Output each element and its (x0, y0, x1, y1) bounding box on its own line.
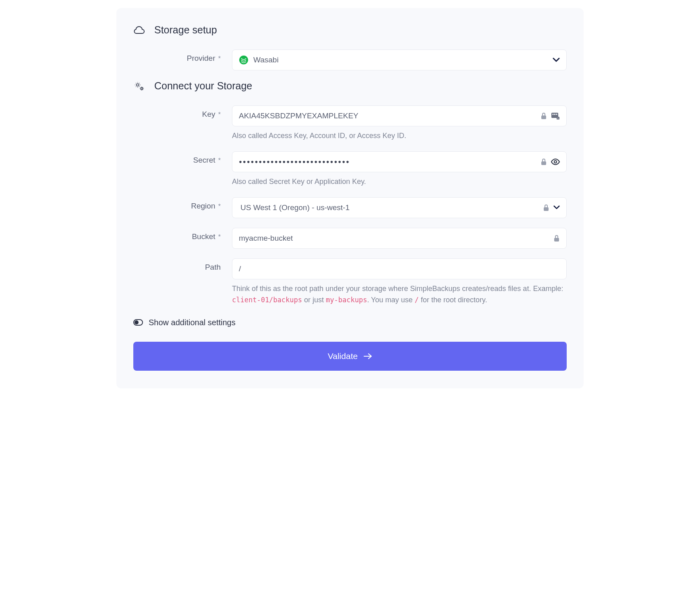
provider-row: Provider * Wasabi (133, 50, 567, 70)
svg-rect-7 (556, 114, 557, 115)
password-manager-icon[interactable]: 1 (551, 112, 560, 120)
storage-setup-title: Storage setup (154, 24, 217, 36)
provider-value: Wasabi (253, 56, 548, 64)
lock-icon (541, 158, 547, 165)
secret-input-wrap: ●●●●●●●●●●●●●●●●●●●●●●●●●●●● (232, 151, 567, 172)
additional-settings-label: Show additional settings (149, 318, 236, 327)
svg-rect-6 (554, 114, 555, 115)
additional-settings-toggle[interactable]: Show additional settings (133, 318, 567, 327)
bucket-row: Bucket * (133, 228, 567, 249)
secret-helper: Also called Secret Key or Application Ke… (232, 176, 567, 188)
bucket-input[interactable] (239, 234, 549, 243)
validate-button[interactable]: Validate (133, 342, 567, 371)
region-row: Region * US West 1 (Oregon) - us-west-1 (133, 197, 567, 218)
path-helper: Think of this as the root path under you… (232, 283, 567, 306)
provider-select[interactable]: Wasabi (232, 50, 567, 70)
cloud-icon (133, 26, 145, 35)
secret-row: Secret * ●●●●●●●●●●●●●●●●●●●●●●●●●●●● Al… (133, 151, 567, 188)
storage-setup-header: Storage setup (133, 24, 567, 36)
path-example-code: client-01/backups (232, 296, 302, 304)
path-root-code: / (414, 296, 418, 304)
validate-label: Validate (328, 351, 358, 361)
chevron-down-icon (553, 58, 560, 62)
bucket-label: Bucket * (192, 232, 221, 241)
svg-rect-12 (544, 207, 549, 211)
region-select[interactable]: US West 1 (Oregon) - us-west-1 (232, 197, 567, 218)
svg-rect-3 (541, 116, 546, 119)
key-input-wrap: 1 (232, 105, 567, 126)
chevron-down-icon (553, 205, 560, 210)
arrow-right-icon (363, 353, 372, 359)
svg-point-1 (137, 84, 139, 86)
path-label: Path (205, 263, 221, 271)
region-value: US West 1 (Oregon) - us-west-1 (240, 203, 538, 212)
key-input[interactable] (239, 111, 536, 120)
bucket-input-wrap (232, 228, 567, 249)
lock-icon (541, 112, 547, 120)
key-helper: Also called Access Key, Account ID, or A… (232, 130, 567, 142)
lock-icon (553, 235, 560, 242)
svg-rect-5 (553, 114, 554, 115)
eye-icon[interactable] (551, 158, 560, 165)
secret-label: Secret * (193, 156, 221, 164)
toggle-off-icon (133, 319, 143, 326)
lock-icon (543, 204, 549, 211)
svg-rect-13 (554, 238, 559, 242)
connect-storage-header: Connect your Storage (133, 80, 567, 92)
path-input-wrap (232, 258, 567, 279)
svg-rect-10 (541, 161, 546, 165)
key-label: Key * (202, 110, 221, 118)
storage-setup-panel: Storage setup Provider * Wasabi (116, 8, 584, 388)
secret-input[interactable]: ●●●●●●●●●●●●●●●●●●●●●●●●●●●● (239, 159, 536, 164)
svg-point-15 (135, 321, 138, 324)
svg-point-11 (554, 161, 557, 163)
path-row: Path Think of this as the root path unde… (133, 258, 567, 306)
gears-icon (133, 81, 145, 91)
svg-point-2 (141, 87, 143, 89)
wasabi-icon (239, 55, 249, 65)
provider-label: Provider * (187, 54, 221, 62)
region-label: Region * (191, 202, 221, 210)
key-row: Key * 1 Also called Access Key, Account … (133, 105, 567, 142)
path-example-code: my-backups (326, 296, 367, 304)
connect-storage-title: Connect your Storage (154, 80, 252, 92)
path-input[interactable] (239, 264, 560, 273)
